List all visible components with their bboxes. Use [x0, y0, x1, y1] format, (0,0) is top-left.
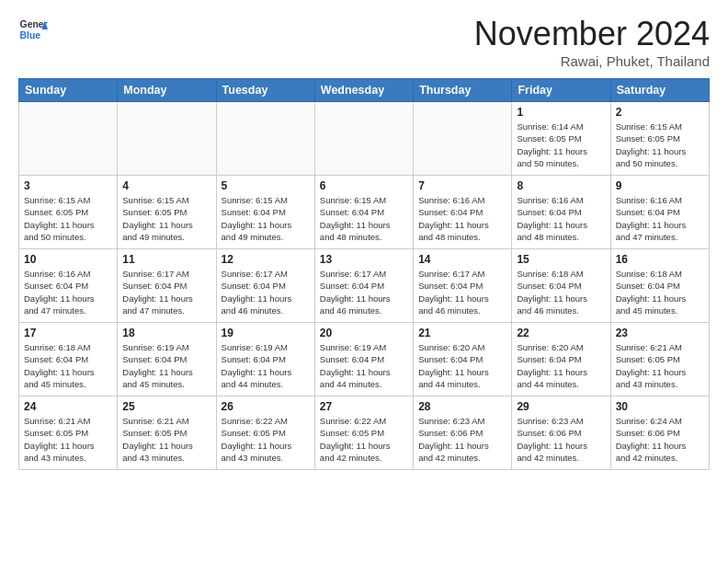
table-row: 15Sunrise: 6:18 AMSunset: 6:04 PMDayligh… — [512, 249, 610, 323]
table-row: 4Sunrise: 6:15 AMSunset: 6:05 PMDaylight… — [118, 176, 216, 249]
table-row — [314, 102, 413, 176]
day-number: 18 — [122, 327, 210, 339]
day-number: 25 — [122, 400, 210, 413]
day-number: 29 — [517, 400, 605, 413]
table-row: 25Sunrise: 6:21 AMSunset: 6:05 PMDayligh… — [118, 396, 216, 470]
title-block: November 2024 Rawai, Phuket, Thailand — [474, 15, 710, 69]
day-info: Sunrise: 6:22 AMSunset: 6:05 PMDaylight:… — [320, 415, 408, 464]
header-saturday: Saturday — [610, 79, 709, 102]
day-number: 7 — [418, 179, 506, 192]
day-number: 24 — [24, 400, 112, 413]
table-row: 26Sunrise: 6:22 AMSunset: 6:05 PMDayligh… — [216, 396, 314, 470]
day-number: 30 — [616, 400, 704, 413]
day-info: Sunrise: 6:21 AMSunset: 6:05 PMDaylight:… — [24, 415, 112, 464]
table-row: 3Sunrise: 6:15 AMSunset: 6:05 PMDaylight… — [19, 176, 118, 249]
day-number: 6 — [320, 179, 408, 192]
table-row: 14Sunrise: 6:17 AMSunset: 6:04 PMDayligh… — [414, 249, 512, 323]
day-info: Sunrise: 6:16 AMSunset: 6:04 PMDaylight:… — [418, 194, 506, 243]
weekday-header-row: Sunday Monday Tuesday Wednesday Thursday… — [19, 79, 710, 102]
day-info: Sunrise: 6:20 AMSunset: 6:04 PMDaylight:… — [418, 341, 506, 390]
table-row: 21Sunrise: 6:20 AMSunset: 6:04 PMDayligh… — [414, 323, 512, 396]
table-row: 7Sunrise: 6:16 AMSunset: 6:04 PMDaylight… — [414, 176, 512, 249]
day-info: Sunrise: 6:23 AMSunset: 6:06 PMDaylight:… — [517, 415, 605, 464]
table-row: 23Sunrise: 6:21 AMSunset: 6:05 PMDayligh… — [610, 323, 709, 396]
header-friday: Friday — [512, 79, 610, 102]
day-number: 11 — [122, 253, 210, 266]
day-info: Sunrise: 6:17 AMSunset: 6:04 PMDaylight:… — [222, 268, 310, 316]
header-monday: Monday — [118, 79, 216, 102]
day-number: 8 — [517, 179, 605, 192]
calendar-page: General Blue November 2024 Rawai, Phuket… — [0, 0, 728, 479]
day-info: Sunrise: 6:24 AMSunset: 6:06 PMDaylight:… — [616, 415, 704, 464]
day-info: Sunrise: 6:18 AMSunset: 6:04 PMDaylight:… — [517, 268, 605, 316]
day-info: Sunrise: 6:21 AMSunset: 6:05 PMDaylight:… — [616, 341, 704, 390]
day-number: 22 — [517, 327, 605, 339]
table-row: 28Sunrise: 6:23 AMSunset: 6:06 PMDayligh… — [414, 396, 512, 470]
day-info: Sunrise: 6:17 AMSunset: 6:04 PMDaylight:… — [320, 268, 408, 316]
day-number: 21 — [418, 327, 506, 339]
table-row: 5Sunrise: 6:15 AMSunset: 6:04 PMDaylight… — [216, 176, 314, 249]
table-row: 29Sunrise: 6:23 AMSunset: 6:06 PMDayligh… — [512, 396, 610, 470]
day-info: Sunrise: 6:14 AMSunset: 6:05 PMDaylight:… — [517, 121, 605, 169]
day-number: 28 — [418, 400, 506, 413]
table-row — [414, 102, 512, 176]
day-info: Sunrise: 6:15 AMSunset: 6:05 PMDaylight:… — [616, 121, 704, 169]
table-row: 17Sunrise: 6:18 AMSunset: 6:04 PMDayligh… — [19, 323, 118, 396]
day-info: Sunrise: 6:21 AMSunset: 6:05 PMDaylight:… — [122, 415, 210, 464]
day-info: Sunrise: 6:16 AMSunset: 6:04 PMDaylight:… — [24, 268, 112, 316]
day-number: 26 — [222, 400, 310, 413]
header-tuesday: Tuesday — [216, 79, 314, 102]
day-info: Sunrise: 6:15 AMSunset: 6:05 PMDaylight:… — [122, 194, 210, 243]
calendar-week-row: 3Sunrise: 6:15 AMSunset: 6:05 PMDaylight… — [19, 176, 710, 249]
calendar-week-row: 1Sunrise: 6:14 AMSunset: 6:05 PMDaylight… — [19, 102, 710, 176]
day-number: 13 — [320, 253, 408, 266]
logo: General Blue — [18, 15, 48, 44]
day-number: 3 — [24, 179, 112, 192]
table-row: 9Sunrise: 6:16 AMSunset: 6:04 PMDaylight… — [610, 176, 709, 249]
calendar-week-row: 17Sunrise: 6:18 AMSunset: 6:04 PMDayligh… — [19, 323, 710, 396]
calendar-body: 1Sunrise: 6:14 AMSunset: 6:05 PMDaylight… — [19, 102, 710, 470]
calendar-week-row: 10Sunrise: 6:16 AMSunset: 6:04 PMDayligh… — [19, 249, 710, 323]
day-info: Sunrise: 6:22 AMSunset: 6:05 PMDaylight:… — [222, 415, 310, 464]
day-info: Sunrise: 6:15 AMSunset: 6:04 PMDaylight:… — [222, 194, 310, 243]
table-row — [19, 102, 118, 176]
day-info: Sunrise: 6:19 AMSunset: 6:04 PMDaylight:… — [222, 341, 310, 390]
day-number: 2 — [616, 106, 704, 119]
table-row: 13Sunrise: 6:17 AMSunset: 6:04 PMDayligh… — [314, 249, 413, 323]
table-row: 30Sunrise: 6:24 AMSunset: 6:06 PMDayligh… — [610, 396, 709, 470]
day-info: Sunrise: 6:18 AMSunset: 6:04 PMDaylight:… — [616, 268, 704, 316]
table-row: 6Sunrise: 6:15 AMSunset: 6:04 PMDaylight… — [314, 176, 413, 249]
day-info: Sunrise: 6:23 AMSunset: 6:06 PMDaylight:… — [418, 415, 506, 464]
table-row: 11Sunrise: 6:17 AMSunset: 6:04 PMDayligh… — [118, 249, 216, 323]
logo-icon: General Blue — [18, 15, 48, 44]
day-info: Sunrise: 6:19 AMSunset: 6:04 PMDaylight:… — [320, 341, 408, 390]
day-number: 9 — [616, 179, 704, 192]
header-wednesday: Wednesday — [314, 79, 413, 102]
table-row — [216, 102, 314, 176]
table-row: 16Sunrise: 6:18 AMSunset: 6:04 PMDayligh… — [610, 249, 709, 323]
table-row — [118, 102, 216, 176]
day-number: 12 — [222, 253, 310, 266]
day-number: 14 — [418, 253, 506, 266]
table-row: 18Sunrise: 6:19 AMSunset: 6:04 PMDayligh… — [118, 323, 216, 396]
day-number: 5 — [222, 179, 310, 192]
table-row: 8Sunrise: 6:16 AMSunset: 6:04 PMDaylight… — [512, 176, 610, 249]
table-row: 24Sunrise: 6:21 AMSunset: 6:05 PMDayligh… — [19, 396, 118, 470]
day-info: Sunrise: 6:18 AMSunset: 6:04 PMDaylight:… — [24, 341, 112, 390]
table-row: 27Sunrise: 6:22 AMSunset: 6:05 PMDayligh… — [314, 396, 413, 470]
table-row: 19Sunrise: 6:19 AMSunset: 6:04 PMDayligh… — [216, 323, 314, 396]
table-row: 2Sunrise: 6:15 AMSunset: 6:05 PMDaylight… — [610, 102, 709, 176]
table-row: 12Sunrise: 6:17 AMSunset: 6:04 PMDayligh… — [216, 249, 314, 323]
table-row: 10Sunrise: 6:16 AMSunset: 6:04 PMDayligh… — [19, 249, 118, 323]
day-info: Sunrise: 6:15 AMSunset: 6:05 PMDaylight:… — [24, 194, 112, 243]
day-info: Sunrise: 6:16 AMSunset: 6:04 PMDaylight:… — [616, 194, 704, 243]
day-number: 27 — [320, 400, 408, 413]
day-number: 1 — [517, 106, 605, 119]
day-number: 17 — [24, 327, 112, 339]
header-sunday: Sunday — [19, 79, 118, 102]
table-row: 22Sunrise: 6:20 AMSunset: 6:04 PMDayligh… — [512, 323, 610, 396]
calendar-table: Sunday Monday Tuesday Wednesday Thursday… — [18, 78, 710, 470]
day-number: 20 — [320, 327, 408, 339]
header-thursday: Thursday — [414, 79, 512, 102]
day-number: 19 — [222, 327, 310, 339]
